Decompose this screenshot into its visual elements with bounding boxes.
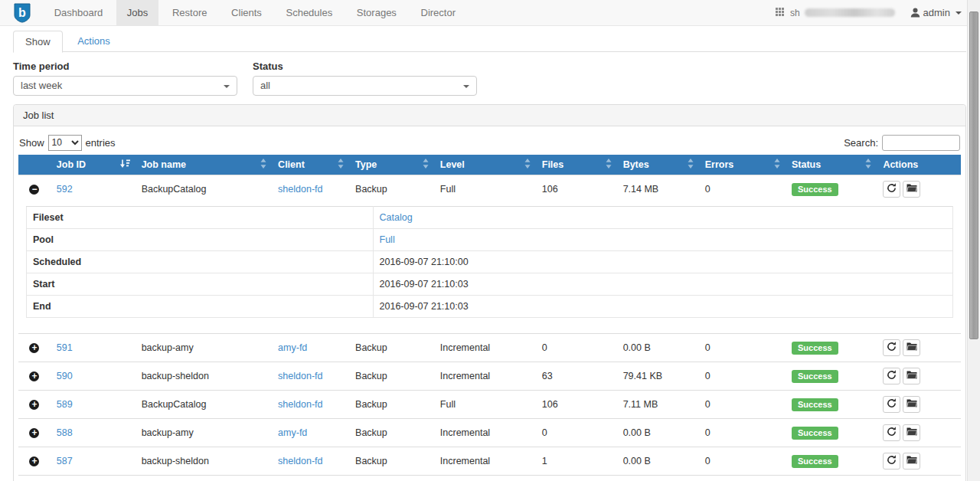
rerun-job-button[interactable] [883, 424, 900, 441]
rerun-job-button[interactable] [883, 339, 900, 356]
entries-select[interactable]: 10 [48, 135, 82, 151]
job-bytes: 0.00 B [617, 447, 699, 476]
job-type: Backup [349, 476, 434, 481]
job-id-link[interactable]: 587 [57, 456, 73, 466]
status-badge: Success [792, 342, 838, 355]
client-link[interactable]: sheldon-fd [278, 399, 322, 410]
nav-item-dashboard[interactable]: Dashboard [44, 0, 114, 25]
rerun-job-button[interactable] [883, 368, 900, 384]
detail-value-link[interactable]: Catalog [380, 212, 413, 223]
col-bytes[interactable]: Bytes [617, 155, 699, 175]
col-level[interactable]: Level [434, 155, 536, 175]
detail-row: FilesetCatalog [27, 207, 953, 229]
rerun-job-button[interactable] [883, 396, 900, 413]
col-actions: Actions [877, 155, 961, 175]
caret-down-icon [224, 85, 230, 88]
col-errors[interactable]: Errors [699, 155, 786, 175]
job-files-button[interactable] [903, 396, 920, 413]
job-id-link[interactable]: 590 [57, 371, 73, 381]
job-files: 63 [536, 362, 617, 391]
client-link[interactable]: sheldon-fd [278, 371, 322, 381]
time-period-filter: Time period last week [13, 61, 237, 96]
status-badge: Success [792, 398, 838, 411]
user-icon [910, 8, 920, 18]
detail-value-link[interactable]: Full [380, 234, 395, 245]
table-row: +588backup-amyamy-fdBackupIncremental00.… [18, 419, 961, 447]
job-id-link[interactable]: 592 [57, 184, 73, 195]
detail-value: 2016-09-07 21:10:03 [373, 273, 952, 296]
col-job-name[interactable]: Job name [136, 155, 272, 175]
job-errors: 0 [699, 391, 786, 419]
job-files-button[interactable] [903, 339, 920, 356]
rerun-job-button[interactable] [883, 181, 900, 198]
caret-down-icon [956, 11, 962, 15]
job-name: backup-sheldon [136, 362, 272, 391]
detail-row: Scheduled2016-09-07 21:10:00 [27, 251, 953, 273]
time-period-select[interactable]: last week [13, 76, 237, 96]
job-id-link[interactable]: 589 [57, 399, 73, 410]
client-link[interactable]: amy-fd [278, 342, 307, 353]
expand-row-icon[interactable]: + [29, 456, 39, 466]
detail-label: Start [27, 273, 374, 296]
job-files: 106 [536, 175, 617, 204]
tab-actions[interactable]: Actions [65, 30, 122, 52]
expand-row-icon[interactable]: + [29, 400, 39, 410]
expand-row-icon[interactable]: + [29, 371, 39, 381]
nav-item-schedules[interactable]: Schedules [275, 0, 343, 25]
nav-item-storages[interactable]: Storages [346, 0, 407, 25]
job-errors: 0 [699, 362, 786, 391]
job-bytes: 79.41 KB [617, 362, 699, 391]
rerun-job-button[interactable] [883, 453, 900, 470]
job-errors: 0 [699, 419, 786, 447]
job-name: BackupCatalog [136, 175, 272, 204]
client-link[interactable]: amy-fd [278, 427, 307, 438]
client-link[interactable]: sheldon-fd [278, 184, 322, 195]
col-type[interactable]: Type [349, 155, 434, 175]
scrollbar-thumb[interactable] [969, 11, 978, 339]
sort-both-icon [688, 159, 694, 171]
job-errors: 0 [699, 447, 786, 476]
vertical-scrollbar[interactable] [967, 0, 980, 481]
status-select[interactable]: all [253, 76, 477, 96]
job-files-button[interactable] [903, 181, 920, 198]
nav-item-clients[interactable]: Clients [220, 0, 273, 25]
sort-both-icon [423, 159, 429, 171]
detail-label: Pool [27, 229, 374, 251]
entries-label: entries [86, 137, 116, 149]
tab-show[interactable]: Show [13, 31, 63, 53]
search-input[interactable] [882, 135, 960, 151]
job-level: Incremental [434, 447, 536, 476]
detail-row: PoolFull [27, 229, 953, 251]
expand-row-icon[interactable]: + [29, 343, 39, 353]
col-client[interactable]: Client [272, 155, 349, 175]
table-row: +587backup-sheldonsheldon-fdBackupIncrem… [18, 447, 961, 476]
job-type: Backup [349, 419, 434, 447]
nav-item-director[interactable]: Director [410, 0, 467, 25]
nav-item-restore[interactable]: Restore [162, 0, 218, 25]
job-files-button[interactable] [903, 424, 920, 441]
bareos-webui-page: b Dashboard Jobs Restore Clients Schedul… [0, 0, 980, 481]
search-label: Search: [844, 137, 878, 149]
job-id-link[interactable]: 588 [57, 427, 73, 438]
redacted-hostname [805, 8, 895, 17]
collapse-row-icon[interactable]: − [29, 185, 39, 195]
job-id-link[interactable]: 591 [57, 342, 73, 353]
sort-both-icon [338, 159, 344, 171]
job-level: Full [434, 476, 536, 481]
bareos-logo-icon[interactable]: b [13, 3, 31, 23]
job-type: Backup [349, 447, 434, 476]
client-link[interactable]: sheldon-fd [278, 456, 322, 466]
user-menu[interactable]: admin [910, 7, 962, 18]
job-files-button[interactable] [903, 453, 920, 470]
col-job-id[interactable]: Job ID [51, 155, 136, 175]
expand-row-icon[interactable]: + [29, 428, 39, 438]
col-files[interactable]: Files [536, 155, 617, 175]
nav-item-jobs[interactable]: Jobs [116, 0, 158, 25]
job-errors: 0 [699, 334, 786, 362]
job-bytes: 7.09 MB [617, 476, 699, 481]
job-files-button[interactable] [903, 368, 920, 384]
filter-section: Time period last week Status all [13, 61, 966, 96]
job-level: Full [434, 391, 536, 419]
col-status[interactable]: Status [786, 155, 877, 175]
detail-label: Scheduled [27, 251, 374, 273]
